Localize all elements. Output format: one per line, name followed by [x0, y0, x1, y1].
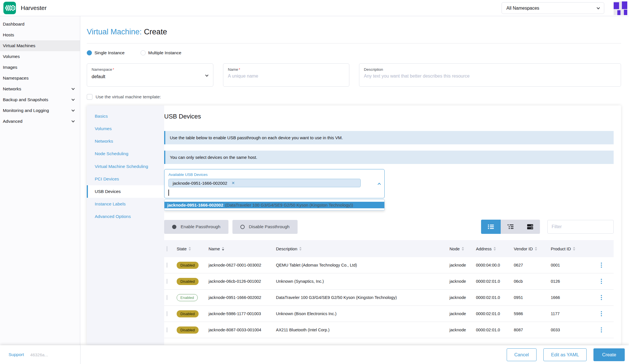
chevron-up-icon[interactable] [378, 183, 381, 186]
multiple-instance-radio[interactable]: Multiple Instance [141, 50, 181, 55]
device-product-id: 0033 [551, 328, 589, 332]
sort-icon [299, 247, 302, 251]
sidebar-item-advanced[interactable]: Advanced [0, 116, 80, 127]
table-header-row: State Name Description Node Address Vend… [164, 240, 614, 257]
tab-volumes[interactable]: Volumes [87, 122, 164, 135]
sidebar-item-networks[interactable]: Networks [0, 84, 80, 94]
list-view-icon [488, 224, 494, 230]
cancel-button[interactable]: Cancel [507, 348, 537, 361]
row-checkbox[interactable] [167, 327, 167, 332]
device-address: 0000:02:01.0 [476, 328, 514, 332]
sidebar-item-namespaces[interactable]: Namespaces [0, 73, 80, 84]
tab-advanced-options[interactable]: Advanced Options [87, 210, 164, 223]
device-vendor-id: 8087 [514, 328, 551, 332]
tab-virtual-machine-scheduling[interactable]: Virtual Machine Scheduling [87, 160, 164, 173]
chevron-down-icon [597, 6, 600, 9]
row-checkbox[interactable] [167, 311, 167, 316]
column-header-state[interactable]: State [177, 246, 209, 251]
device-name: jacknode-0951-1666-002002 [209, 295, 276, 300]
device-node: jacknode [449, 311, 476, 316]
namespace-filter-value: All Namespaces [506, 6, 539, 11]
usb-device-combobox[interactable]: Available USB Devices jacknode-0951-1666… [164, 169, 385, 198]
row-checkbox[interactable] [167, 295, 167, 300]
list-view-button[interactable] [481, 220, 501, 234]
column-header-description[interactable]: Description [276, 246, 449, 251]
tab-basics[interactable]: Basics [87, 110, 164, 122]
sort-icon [535, 247, 537, 251]
chevron-down-icon [71, 119, 75, 122]
tab-instance-labels[interactable]: Instance Labels [87, 198, 164, 210]
namespace-select[interactable]: Namespace* default [87, 63, 213, 87]
use-template-checkbox[interactable] [87, 94, 92, 100]
device-name: jacknode-06cb-0126-001002 [209, 279, 276, 284]
version-hash: 46326a... [30, 352, 48, 357]
device-product-id: 0126 [551, 279, 589, 284]
usb-devices-content: USB Devices Use the table below to enabl… [164, 105, 621, 345]
select-all-checkbox[interactable] [167, 246, 167, 251]
row-actions-kebab-icon[interactable] [599, 263, 604, 268]
namespace-value: default [92, 74, 209, 79]
use-template-label: Use the virtual machine template: [96, 94, 161, 99]
row-actions-kebab-icon[interactable] [599, 295, 604, 300]
radio-unselected-icon [141, 50, 146, 55]
create-button[interactable]: Create [593, 348, 625, 361]
sort-icon [573, 247, 575, 251]
remove-tag-icon[interactable]: ✕ [232, 181, 235, 185]
sidebar-item-monitoring-and-logging[interactable]: Monitoring and Logging [0, 105, 80, 116]
edit-as-yaml-button[interactable]: Edit as YAML [543, 348, 587, 361]
sidebar-item-images[interactable]: Images [0, 62, 80, 73]
device-product-id: 1666 [551, 295, 589, 300]
footer-bar: Support 46326a... Cancel Edit as YAML Cr… [0, 345, 629, 364]
row-checkbox[interactable] [167, 279, 167, 284]
sidebar-item-virtual-machines[interactable]: Virtual Machines [0, 40, 80, 51]
sidebar-item-hosts[interactable]: Hosts [0, 30, 80, 40]
tab-usb-devices[interactable]: USB Devices [87, 185, 164, 198]
namespace-filter-select[interactable]: All Namespaces [502, 2, 604, 14]
row-checkbox[interactable] [167, 263, 167, 268]
sidebar-item-volumes[interactable]: Volumes [0, 51, 80, 62]
sidebar-item-dashboard[interactable]: Dashboard [0, 19, 80, 30]
user-avatar[interactable] [614, 1, 627, 15]
column-header-name[interactable]: Name [209, 246, 276, 251]
enable-passthrough-button[interactable]: Enable Passthrough [164, 220, 228, 234]
available-usb-devices-picker: Available USB Devices jacknode-0951-1666… [164, 169, 385, 211]
status-badge: Disabled [177, 278, 199, 285]
sort-icon [189, 247, 191, 251]
sidebar-item-backup-and-snapshots[interactable]: Backup and Snapshots [0, 94, 80, 105]
device-node: jacknode [449, 279, 476, 284]
device-address: 0000:04:00.0 [476, 263, 514, 267]
section-heading: USB Devices [164, 113, 614, 120]
device-name: jacknode-0627-0001-003002 [209, 263, 276, 267]
combobox-label: Available USB Devices [168, 172, 380, 177]
description-field[interactable]: Description [359, 63, 621, 87]
support-link[interactable]: Support [9, 352, 24, 357]
sort-icon [222, 247, 224, 251]
grouped-view-button[interactable] [501, 220, 520, 234]
filter-input[interactable] [547, 220, 614, 234]
column-header-vendor-id[interactable]: Vendor ID [514, 246, 551, 251]
card-view-button[interactable] [520, 220, 540, 234]
vm-meta-form: Namespace* default Name* Description [87, 63, 621, 87]
main-sidebar: Dashboard Hosts Virtual Machines Volumes… [0, 16, 80, 345]
row-actions-kebab-icon[interactable] [599, 279, 604, 284]
footer-buttons: Cancel Edit as YAML Create [507, 348, 629, 361]
disable-passthrough-button[interactable]: Disable Passthrough [232, 220, 298, 234]
vm-create-panel: Basics Volumes Networks Node Scheduling … [87, 105, 621, 345]
tab-node-scheduling[interactable]: Node Scheduling [87, 147, 164, 160]
table-row: Disabled jacknode-0627-0001-003002 QEMU … [164, 257, 614, 273]
name-input[interactable] [228, 74, 345, 79]
row-actions-kebab-icon[interactable] [599, 327, 604, 332]
tab-networks[interactable]: Networks [87, 135, 164, 147]
column-header-product-id[interactable]: Product ID [551, 246, 589, 251]
column-header-address[interactable]: Address [476, 246, 514, 251]
description-input[interactable] [364, 74, 616, 79]
row-actions-kebab-icon[interactable] [599, 311, 604, 316]
column-header-node[interactable]: Node [449, 246, 476, 251]
tab-pci-devices[interactable]: PCI Devices [87, 173, 164, 185]
name-field[interactable]: Name* [223, 63, 349, 87]
device-product-id: 1177 [551, 311, 589, 316]
info-banner-passthrough: Use the table below to enable USB passth… [164, 131, 614, 144]
dropdown-option[interactable]: jacknode-0951-1666-002002 (DataTraveler … [164, 202, 384, 208]
device-vendor-id: 5986 [514, 311, 551, 316]
single-instance-radio[interactable]: Single Instance [87, 50, 125, 55]
